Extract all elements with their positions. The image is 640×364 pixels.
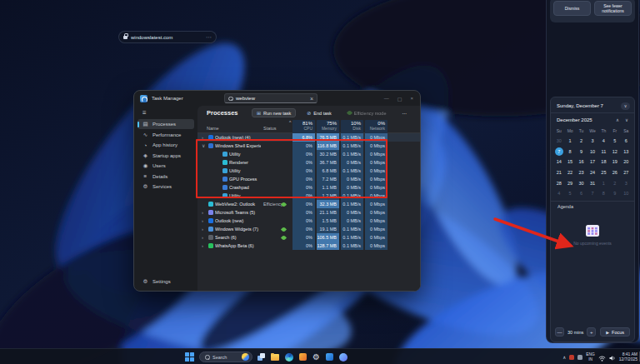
previous-month-icon[interactable]: ∧	[616, 117, 619, 122]
table-row[interactable]: ›WhatsApp Beta (6)0%128.7 MB0.1 MB/s0 Mb…	[198, 242, 420, 250]
tray-expand-icon[interactable]: ∧	[562, 355, 566, 360]
table-row[interactable]: ›Windows Widgets (7)0%19.1 MB0.1 MB/s0 M…	[198, 225, 420, 233]
calendar-day[interactable]: 10	[587, 147, 598, 157]
close-button[interactable]: ×	[410, 96, 413, 101]
calendar-day[interactable]: 29	[564, 177, 575, 188]
calendar-day[interactable]: 31	[587, 177, 598, 188]
table-row[interactable]: ›Outlook (new)0%1.5 MB0 MB/s0 Mbps	[198, 217, 420, 225]
calendar-day[interactable]: 17	[587, 157, 598, 167]
calendar-day[interactable]: 11	[598, 147, 609, 157]
expander-chevron-icon[interactable]: ›	[202, 208, 207, 217]
calendar-day[interactable]: 14	[553, 157, 564, 167]
edge-icon[interactable]	[285, 353, 293, 362]
maximize-button[interactable]: ▢	[398, 96, 402, 102]
address-bar-pill[interactable]: windowslatest.com ⋯	[118, 31, 217, 43]
calendar-month-label[interactable]: December 2025	[557, 117, 592, 122]
collapse-calendar-button[interactable]: ∨	[621, 102, 630, 110]
calendar-day[interactable]: 5	[564, 188, 575, 199]
calendar-day[interactable]: 25	[598, 167, 609, 178]
calendar-day[interactable]: 12	[609, 147, 620, 157]
sidebar-item-services[interactable]: ⚙Services	[138, 182, 194, 192]
sidebar-item-performance[interactable]: ∿Performance	[138, 130, 194, 140]
task-view-icon[interactable]	[258, 353, 265, 361]
see-fewer-notifications-button[interactable]: See fewer notifications	[594, 1, 632, 16]
calendar-day[interactable]: 1	[564, 136, 575, 147]
calendar-day[interactable]: 22	[564, 167, 575, 178]
sidebar-item-settings[interactable]: ⚙ Settings	[138, 277, 194, 287]
search-input[interactable]: webview	[236, 96, 307, 101]
outlook-app-icon[interactable]	[326, 353, 333, 361]
settings-icon[interactable]: ⚙	[312, 353, 320, 362]
calendar-day[interactable]: 24	[587, 167, 598, 178]
file-explorer-icon[interactable]	[271, 354, 279, 361]
minimize-button[interactable]: —	[384, 96, 389, 101]
tray-app-icon[interactable]	[578, 355, 582, 360]
clear-search-icon[interactable]: ×	[310, 96, 313, 102]
task-manager-search-box[interactable]: webview ×	[224, 93, 318, 103]
sidebar-item-processes[interactable]: ▤Processes	[138, 119, 194, 129]
office-app-icon[interactable]	[299, 353, 307, 361]
calendar-day[interactable]: 16	[576, 157, 587, 167]
more-options-button[interactable]: ⋯	[398, 108, 412, 117]
start-button[interactable]	[185, 352, 194, 362]
column-status[interactable]: Status	[263, 126, 277, 131]
calendar-day[interactable]: 15	[564, 157, 575, 167]
navigation-menu-icon[interactable]: ≡	[138, 108, 194, 117]
column-network[interactable]: 0% Network	[365, 120, 388, 133]
sidebar-item-users[interactable]: ◉Users	[138, 161, 194, 171]
expander-chevron-icon[interactable]: ›	[202, 242, 207, 250]
calendar-day[interactable]: 1	[598, 177, 609, 188]
column-name[interactable]: Name	[207, 126, 219, 131]
table-row[interactable]: WebView2: OutlookEfficiency...0%32.3 MB0…	[198, 200, 420, 208]
calendar-day[interactable]: 8	[564, 147, 575, 157]
calendar-day[interactable]: 23	[576, 167, 587, 178]
calendar-day[interactable]: 19	[609, 157, 620, 167]
tray-app-icon[interactable]	[569, 355, 574, 360]
focus-decrease-button[interactable]: —	[555, 327, 564, 337]
expander-chevron-icon[interactable]: ›	[202, 233, 207, 242]
calendar-day[interactable]: 28	[553, 177, 564, 188]
table-header[interactable]: Name Status ^ 81% CPU 75% Memory 10% Dis…	[198, 120, 420, 133]
more-icon[interactable]: ⋯	[206, 34, 212, 40]
calendar-day[interactable]: 6	[576, 188, 587, 199]
calendar-day[interactable]: 7	[587, 188, 598, 199]
column-memory[interactable]: 75% Memory	[317, 120, 339, 133]
efficiency-mode-button[interactable]: Efficiency mode	[342, 108, 392, 117]
calendar-day[interactable]: 8	[598, 188, 609, 199]
calendar-day[interactable]: 9	[609, 188, 620, 199]
table-row[interactable]: ›Search (6)0%106.5 MB0.1 MB/s0 Mbps	[198, 233, 420, 242]
calendar-day[interactable]: 26	[609, 167, 620, 178]
calendar-day[interactable]: 6	[621, 136, 632, 147]
focus-increase-button[interactable]: +	[587, 327, 596, 337]
sidebar-item-details[interactable]: ≡Details	[138, 172, 194, 182]
calendar-day[interactable]: 30	[553, 136, 564, 147]
calendar-day[interactable]: 3	[621, 177, 632, 188]
dismiss-button[interactable]: Dismiss	[553, 1, 591, 16]
calendar-day[interactable]: 10	[621, 188, 632, 199]
calendar-day[interactable]: 7	[553, 147, 564, 157]
taskbar-search-box[interactable]: Search	[199, 352, 252, 362]
wifi-icon[interactable]	[598, 350, 606, 364]
calendar-day[interactable]: 20	[621, 157, 632, 167]
taskbar-clock[interactable]: 8:41 AM 12/7/2025	[619, 352, 638, 362]
calendar-day[interactable]: 4	[553, 188, 564, 199]
column-disk[interactable]: 10% Disk	[341, 120, 363, 133]
volume-icon[interactable]	[609, 350, 616, 364]
calendar-day[interactable]: 18	[598, 157, 609, 167]
focus-button[interactable]: ▶ Focus	[600, 327, 630, 337]
copilot-icon[interactable]	[339, 353, 348, 362]
calendar-day[interactable]: 4	[598, 136, 609, 147]
calendar-day[interactable]: 2	[609, 177, 620, 188]
table-row[interactable]: ›Microsoft Teams (5)0%21.1 MB0 MB/s0 Mbp…	[198, 208, 420, 217]
calendar-day[interactable]: 27	[621, 167, 632, 178]
task-manager-titlebar[interactable]: Task Manager webview × — ▢ ×	[134, 91, 420, 106]
end-task-button[interactable]: ⊘ End task	[302, 108, 336, 117]
run-new-task-button[interactable]: ⊞ Run new task	[252, 108, 296, 117]
column-cpu[interactable]: 81% CPU	[292, 120, 315, 133]
calendar-day[interactable]: 13	[621, 147, 632, 157]
sidebar-item-startup-apps[interactable]: ◈Startup apps	[138, 151, 194, 161]
expander-chevron-icon[interactable]: ›	[202, 217, 207, 225]
next-month-icon[interactable]: ∨	[625, 117, 628, 122]
calendar-day[interactable]: 3	[587, 136, 598, 147]
calendar-day[interactable]: 2	[576, 136, 587, 147]
